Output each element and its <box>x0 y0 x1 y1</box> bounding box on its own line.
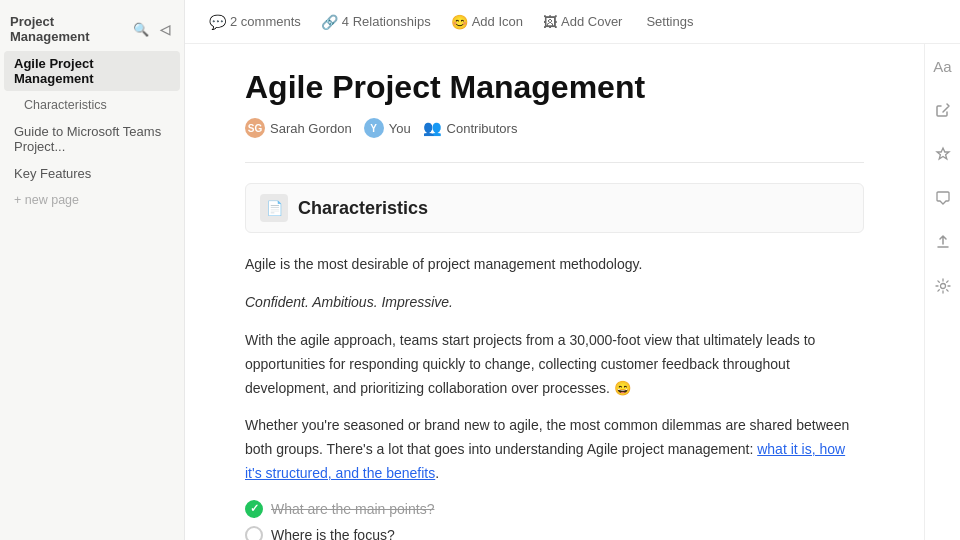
add-cover-label: Add Cover <box>561 14 622 29</box>
comments-label: 2 comments <box>230 14 301 29</box>
topbar: 💬 2 comments 🔗 4 Relationships 😊 Add Ico… <box>185 0 960 44</box>
author-sarah[interactable]: SG Sarah Gordon <box>245 118 352 138</box>
paragraph-3: With the agile approach, teams start pro… <box>245 329 864 400</box>
sidebar-title: Project Management <box>10 14 132 44</box>
sidebar-header: Project Management 🔍 ◁ <box>0 8 184 50</box>
characteristics-section-block[interactable]: 📄 Characteristics <box>245 183 864 233</box>
page-title: Agile Project Management <box>245 68 864 106</box>
sidebar-item-label: Guide to Microsoft Teams Project... <box>14 124 170 154</box>
settings-button[interactable]: Settings <box>638 10 701 33</box>
check-circle-1[interactable] <box>245 500 263 518</box>
comments-button[interactable]: 💬 2 comments <box>201 10 309 34</box>
contributors-icon: 👥 <box>423 119 442 137</box>
content-area: Agile Project Management SG Sarah Gordon… <box>185 44 924 540</box>
relationships-label: 4 Relationships <box>342 14 431 29</box>
search-icon[interactable]: 🔍 <box>132 20 150 38</box>
sidebar-item-label: Key Features <box>14 166 91 181</box>
paragraph-1: Agile is the most desirable of project m… <box>245 253 864 277</box>
svg-point-0 <box>940 284 945 289</box>
font-size-icon[interactable]: Aa <box>929 52 957 80</box>
contributors-label: Contributors <box>447 121 518 136</box>
right-sidebar: Aa <box>924 44 960 540</box>
sidebar-item-key-features[interactable]: Key Features <box>4 161 180 186</box>
sidebar-item-agile[interactable]: Agile Project Management <box>4 51 180 91</box>
author-you-name: You <box>389 121 411 136</box>
section-title: Characteristics <box>298 198 428 219</box>
add-icon-button[interactable]: 😊 Add Icon <box>443 10 531 34</box>
paragraph-2: Confident. Ambitious. Impressive. <box>245 291 864 315</box>
divider <box>245 162 864 163</box>
star-icon[interactable] <box>929 140 957 168</box>
sidebar-new-page-label: + new page <box>14 193 79 207</box>
sidebar-item-guide[interactable]: Guide to Microsoft Teams Project... <box>4 119 180 159</box>
author-sarah-name: Sarah Gordon <box>270 121 352 136</box>
paragraph-4-after: . <box>435 465 439 481</box>
checklist-item-2[interactable]: Where is the focus? <box>245 526 864 540</box>
contributors-button[interactable]: 👥 Contributors <box>423 119 518 137</box>
checklist-item-1-label: What are the main points? <box>271 501 434 517</box>
add-icon-icon: 😊 <box>451 14 468 30</box>
sidebar-item-new-page[interactable]: + new page <box>4 188 180 212</box>
settings-label: Settings <box>646 14 693 29</box>
comment-right-icon[interactable] <box>929 184 957 212</box>
share-icon[interactable] <box>929 96 957 124</box>
add-cover-button[interactable]: 🖼 Add Cover <box>535 10 630 34</box>
checklist-item-2-label: Where is the focus? <box>271 527 395 540</box>
sidebar: Project Management 🔍 ◁ Agile Project Man… <box>0 0 185 540</box>
section-icon: 📄 <box>260 194 288 222</box>
main-area: 💬 2 comments 🔗 4 Relationships 😊 Add Ico… <box>185 0 960 540</box>
settings-right-icon[interactable] <box>929 272 957 300</box>
relationships-button[interactable]: 🔗 4 Relationships <box>313 10 439 34</box>
checklist-item-1[interactable]: What are the main points? <box>245 500 864 518</box>
authors-row: SG Sarah Gordon Y You 👥 Contributors <box>245 118 864 138</box>
upload-icon[interactable] <box>929 228 957 256</box>
comment-icon: 💬 <box>209 14 226 30</box>
author-you[interactable]: Y You <box>364 118 411 138</box>
sidebar-item-label: Agile Project Management <box>14 56 170 86</box>
avatar-you: Y <box>364 118 384 138</box>
sidebar-item-characteristics[interactable]: Characteristics <box>4 93 180 117</box>
paragraph-4: Whether you're seasoned or brand new to … <box>245 414 864 485</box>
add-icon-label: Add Icon <box>472 14 523 29</box>
sidebar-toggle-icon[interactable]: ◁ <box>156 20 174 38</box>
paragraph-2-text: Confident. Ambitious. Impressive. <box>245 294 453 310</box>
avatar-sarah: SG <box>245 118 265 138</box>
sidebar-item-label: Characteristics <box>24 98 107 112</box>
paragraph-3-text: With the agile approach, teams start pro… <box>245 332 815 396</box>
relationships-icon: 🔗 <box>321 14 338 30</box>
add-cover-icon: 🖼 <box>543 14 557 30</box>
paragraph-1-text: Agile is the most desirable of project m… <box>245 256 642 272</box>
sidebar-header-icons: 🔍 ◁ <box>132 20 174 38</box>
check-circle-2[interactable] <box>245 526 263 540</box>
